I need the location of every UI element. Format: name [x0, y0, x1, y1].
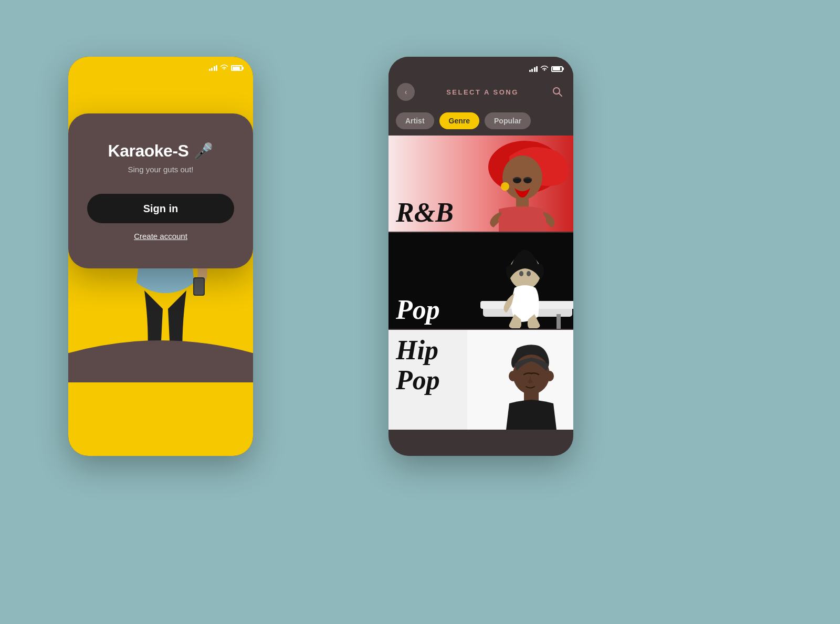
svg-point-24: [501, 182, 509, 191]
signal-icon: [209, 65, 218, 71]
app-title: Karaoke-S 🎤: [108, 141, 214, 161]
left-phone: Karaoke-S 🎤 Sing your guts out! Sign in …: [68, 57, 253, 456]
pop-label: Pop: [396, 296, 440, 324]
svg-point-30: [519, 271, 523, 276]
svg-point-31: [527, 271, 531, 276]
tab-popular[interactable]: Popular: [485, 112, 531, 129]
mic-icon: 🎤: [194, 142, 213, 160]
svg-point-37: [509, 371, 517, 381]
svg-rect-5: [194, 278, 204, 295]
create-account-link[interactable]: Create account: [134, 232, 187, 241]
svg-rect-32: [556, 314, 561, 330]
genre-item-hiphop[interactable]: HipPop: [388, 330, 573, 430]
header-title: SELECT A SONG: [420, 88, 545, 96]
wifi-icon-right: [540, 64, 549, 74]
signal-icon-right: [529, 66, 538, 72]
genre-list: R&B: [388, 136, 573, 430]
svg-point-17: [553, 88, 560, 94]
tab-genre[interactable]: Genre: [439, 112, 479, 129]
wifi-icon: [220, 64, 228, 72]
signin-label: Sign in: [143, 203, 178, 215]
battery-icon-right: [551, 66, 563, 72]
search-icon: [552, 87, 563, 97]
svg-point-38: [545, 371, 554, 381]
genre-item-pop[interactable]: Pop: [388, 233, 573, 330]
status-bar-right: [529, 64, 563, 74]
status-bar-left: [209, 64, 243, 72]
genre-item-rnb[interactable]: R&B: [388, 136, 573, 233]
app-name: Karaoke-S: [108, 141, 189, 161]
svg-line-18: [559, 93, 562, 96]
back-arrow-icon: ‹: [405, 88, 407, 96]
bottom-section: Karaoke-S 🎤 Sing your guts out! Sign in …: [68, 113, 253, 268]
tab-artist[interactable]: Artist: [396, 112, 434, 129]
battery-icon: [231, 65, 243, 71]
rnb-label: R&B: [396, 199, 454, 226]
right-phone: ‹ SELECT A SONG Artist Genre Popular: [388, 57, 573, 456]
signin-button[interactable]: Sign in: [87, 194, 234, 223]
hiphop-label: HipPop: [396, 335, 440, 395]
search-button[interactable]: [550, 85, 565, 99]
back-button[interactable]: ‹: [397, 83, 415, 101]
filter-tabs: Artist Genre Popular: [388, 108, 573, 136]
app-subtitle: Sing your guts out!: [128, 165, 193, 174]
